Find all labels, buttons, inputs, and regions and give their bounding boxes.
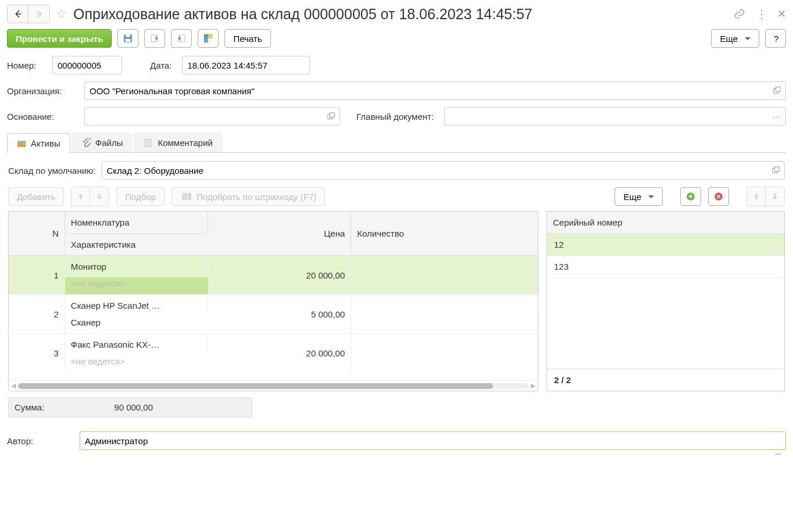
org-open-icon[interactable] [770,83,785,98]
svg-rect-2 [126,39,131,42]
kebab-menu-icon[interactable]: ⋮ [756,7,767,21]
svg-rect-23 [776,454,780,455]
svg-rect-12 [17,142,26,147]
paperclip-icon [81,138,91,148]
serial-delete-button[interactable] [708,187,729,206]
serial-row[interactable]: 12 [547,234,784,256]
col-qty-header: Количество [351,212,538,256]
tab-assets[interactable]: Активы [7,133,70,153]
serial-row[interactable]: 123 [547,256,784,278]
serials-count: 2 / 2 [547,369,784,391]
svg-rect-5 [205,34,208,38]
back-button[interactable] [8,5,28,23]
unpost-button[interactable] [171,29,192,48]
print-button[interactable]: Печать [224,29,270,48]
close-icon[interactable]: ✕ [777,8,786,20]
main-toolbar: Провести и закрыть Печать Еще ? [7,29,786,48]
serial-add-button[interactable] [680,187,701,206]
sum-label: Сумма: [15,402,44,412]
col-price-header: Цена [208,212,351,256]
table-row[interactable]: 1 Монитор 20 000,00 [9,256,538,278]
serial-move-up-button[interactable] [747,187,766,206]
svg-rect-13 [17,141,26,142]
table-more-button[interactable]: Еще [615,187,663,206]
col-nom-header: Номенклатура [65,212,208,234]
maindoc-label: Главный документ: [356,112,434,122]
selection-button[interactable]: Подбор [116,187,165,206]
forward-button[interactable] [28,5,49,23]
basis-field[interactable] [84,107,340,126]
default-warehouse-label: Склад по умолчанию: [8,166,96,176]
box-icon [17,139,26,148]
tab-comment[interactable]: Комментарий [134,133,222,152]
favorite-star-icon[interactable]: ☆ [56,6,67,22]
org-field[interactable] [84,81,786,100]
basis-open-icon[interactable] [324,109,339,124]
tabs: Активы Файлы Комментарий [7,133,786,153]
serial-move-down-button[interactable] [766,187,784,206]
more-button[interactable]: Еще [711,29,759,48]
barcode-icon [180,191,193,202]
maindoc-field[interactable] [444,107,786,126]
tab-assets-label: Активы [31,138,60,148]
svg-rect-6 [209,34,212,38]
maindoc-ellipsis-icon[interactable]: ··· [770,109,785,124]
barcode-button-label: Подобрать по штрихкоду (F7) [197,192,316,202]
svg-rect-19 [774,167,779,172]
number-label: Номер: [7,60,42,70]
serials-header: Серийный номер [547,212,784,234]
sum-value: 90 000,00 [114,402,153,412]
author-field[interactable] [80,431,786,450]
post-button[interactable] [144,29,165,48]
default-warehouse-field[interactable] [102,161,785,180]
col-n-header: N [9,212,65,256]
assets-table-toolbar: Добавить Подбор Подобрать по штрихкоду (… [8,187,785,206]
move-up-button[interactable] [72,187,90,206]
assets-table[interactable]: N Номенклатура Цена Количество Характери… [8,211,538,391]
nav-buttons [7,5,50,23]
svg-rect-1 [126,34,131,37]
tab-files[interactable]: Файлы [72,133,133,152]
horizontal-scrollbar[interactable]: ◀ ▶ [9,380,538,391]
sum-box: Сумма: 90 000,00 [8,397,252,417]
save-button[interactable] [117,29,138,48]
document-icon [144,138,153,148]
author-open-icon[interactable] [770,450,785,455]
number-field[interactable] [52,56,122,74]
svg-rect-9 [776,87,780,92]
structure-button[interactable] [198,29,219,48]
tab-files-label: Файлы [95,138,123,148]
page-title: Оприходование активов на склад 000000005… [73,6,728,23]
tab-comment-label: Комментарий [158,138,212,148]
serials-table[interactable]: Серийный номер 12 123 2 / 2 [546,211,785,391]
help-button[interactable]: ? [765,29,786,48]
col-char-header: Характеристика [65,234,208,256]
post-and-close-button[interactable]: Провести и закрыть [7,29,112,48]
move-down-button[interactable] [90,187,109,206]
title-bar: ☆ Оприходование активов на склад 0000000… [7,5,786,23]
svg-rect-7 [205,39,208,42]
default-warehouse-open-icon[interactable] [769,163,784,178]
svg-rect-11 [330,113,334,117]
org-label: Организация: [7,86,74,96]
table-row[interactable]: 2 Сканер HP ScanJet … 5 000,00 [9,295,538,317]
basis-label: Основание: [7,112,74,122]
author-label: Автор: [7,436,74,446]
serials-panel: Серийный номер 12 123 2 / 2 [546,211,785,391]
table-row[interactable]: 3 Факс Panasonic KX-… 20 000,00 [9,334,538,356]
date-field[interactable] [182,56,310,74]
add-row-button[interactable]: Добавить [8,187,64,206]
link-icon[interactable] [734,8,745,20]
barcode-button[interactable]: Подобрать по штрихкоду (F7) [172,187,325,206]
date-label: Дата: [150,60,172,70]
